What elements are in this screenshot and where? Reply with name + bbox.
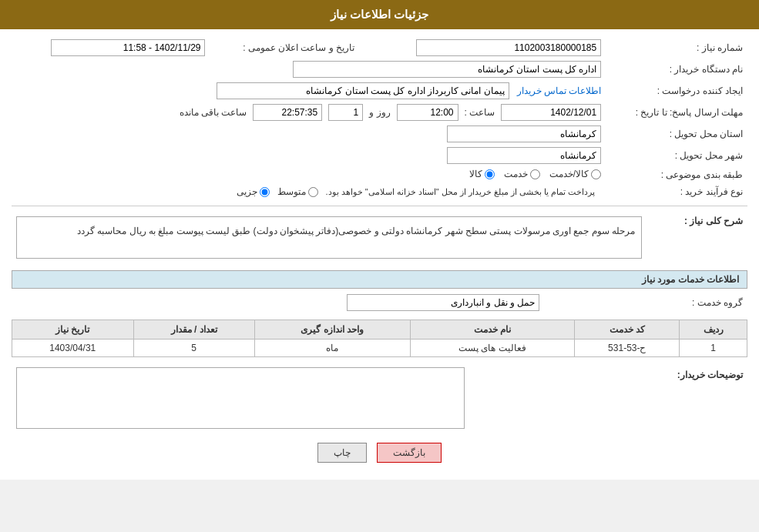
buyer-notes-cell [12, 365, 469, 433]
row-creator: ایجاد کننده درخواست : اطلاعات تماس خریدا… [12, 80, 747, 102]
buyer-org-input[interactable] [293, 61, 601, 78]
col-service-name: نام خدمت [410, 320, 575, 340]
row-need-number: شماره نیاز : تاریخ و ساعت اعلان عمومی : [12, 37, 747, 59]
row1-quantity: 5 [133, 340, 254, 357]
row1-service-code: ح-53-531 [575, 340, 680, 357]
row-description: شرح کلی نیاز : مرحله سوم جمع اوری مرسولا… [12, 211, 747, 264]
row-buyer-org: نام دستگاه خریدار : [12, 59, 747, 80]
purchase-type-label: نوع فرآیند خرید : [606, 184, 747, 200]
service-table-body: 1 ح-53-531 فعالیت های پست ماه 5 1403/04/… [12, 340, 747, 357]
print-button[interactable]: چاپ [317, 443, 367, 463]
buyer-notes-label: توضیحات خریدار: [469, 365, 747, 433]
description-label: شرح کلی نیاز : [646, 211, 747, 264]
buyer-org-label: نام دستگاه خریدار : [606, 59, 747, 80]
page-title: جزئیات اطلاعات نیاز [331, 8, 428, 21]
description-value-cell: مرحله سوم جمع اوری مرسولات پستی سطح شهر … [12, 211, 646, 264]
category-label: طبقه بندی موضوعی : [606, 166, 747, 184]
city-label: شهر محل تحویل : [606, 145, 747, 166]
province-input[interactable] [447, 125, 601, 142]
purchase-medium-option[interactable]: متوسط [277, 186, 318, 197]
divider-1 [12, 206, 747, 206]
description-box: مرحله سوم جمع اوری مرسولات پستی سطح شهر … [16, 216, 642, 259]
category-service-label: خدمت [504, 169, 528, 179]
row-buyer-notes: توضیحات خریدار: [12, 365, 747, 433]
row1-unit: ماه [254, 340, 410, 357]
description-text: مرحله سوم جمع اوری مرسولات پستی سطح شهر … [77, 226, 635, 236]
deadline-row-inline: ساعت : روز و ساعت باقی مانده [16, 104, 601, 121]
creator-link[interactable]: اطلاعات تماس خریدار [517, 85, 602, 96]
need-number-cell [370, 37, 606, 59]
services-header-text: اطلاعات خدمات مورد نیاز [642, 274, 739, 285]
buyer-notes-textarea[interactable] [16, 367, 465, 429]
row-purchase-type: نوع فرآیند خرید : پرداخت تمام یا بخشی از… [12, 184, 747, 200]
deadline-days-label: روز و [369, 107, 390, 118]
province-label: استان محل تحویل : [606, 123, 747, 145]
deadline-remaining-label: ساعت باقی مانده [180, 107, 247, 118]
page-wrapper: جزئیات اطلاعات نیاز شماره نیاز : تاریخ و… [0, 0, 759, 480]
service-group-input[interactable] [347, 294, 539, 311]
purchase-medium-radio[interactable] [308, 187, 318, 197]
col-unit: واحد اندازه گیری [254, 320, 410, 340]
category-service-radio[interactable] [530, 169, 540, 179]
purchase-partial-label: جزیی [237, 186, 257, 197]
row-category: طبقه بندی موضوعی : کالا/خدمت خدمت [12, 166, 747, 184]
deadline-remaining-input[interactable] [253, 104, 322, 121]
category-radio-group: کالا/خدمت خدمت کالا [469, 169, 601, 179]
services-section-header: اطلاعات خدمات مورد نیاز [12, 270, 747, 289]
service-table-header-row: ردیف کد خدمت نام خدمت واحد اندازه گیری ت… [12, 320, 747, 340]
category-goods-radio[interactable] [485, 169, 495, 179]
deadline-date-input[interactable] [501, 104, 601, 121]
category-goods-label: کالا [469, 169, 482, 179]
purchase-type-cell: پرداخت تمام یا بخشی از مبلغ خریدار از مح… [12, 184, 606, 200]
content-area: شماره نیاز : تاریخ و ساعت اعلان عمومی : … [0, 29, 759, 480]
purchase-options-group: پرداخت تمام یا بخشی از مبلغ خریدار از مح… [237, 186, 602, 197]
deadline-time-input[interactable] [397, 104, 458, 121]
purchase-medium-label: متوسط [277, 186, 306, 197]
purchase-partial-option[interactable]: جزیی [237, 186, 270, 197]
creator-input[interactable] [217, 82, 509, 99]
deadline-time-label: ساعت : [465, 107, 495, 118]
province-cell [12, 123, 606, 145]
row1-num: 1 [680, 340, 747, 357]
purchase-full-text: پرداخت تمام یا بخشی از مبلغ خریدار از مح… [326, 187, 596, 197]
col-date: تاریخ نیاز [12, 320, 134, 340]
deadline-days-input[interactable] [328, 104, 363, 121]
category-cell: کالا/خدمت خدمت کالا [12, 166, 606, 184]
creator-label: ایجاد کننده درخواست : [606, 80, 747, 102]
date-cell [12, 37, 210, 59]
buyer-org-cell [12, 59, 606, 80]
need-number-input[interactable] [416, 39, 601, 56]
row-city: شهر محل تحویل : [12, 145, 747, 166]
back-button[interactable]: بازگشت [377, 443, 442, 463]
service-table-head: ردیف کد خدمت نام خدمت واحد اندازه گیری ت… [12, 320, 747, 340]
deadline-cell: ساعت : روز و ساعت باقی مانده [12, 102, 606, 123]
category-goods-service-option[interactable]: کالا/خدمت [549, 169, 601, 179]
city-cell [12, 145, 606, 166]
category-goods-service-label: کالا/خدمت [549, 169, 589, 179]
col-service-code: کد خدمت [575, 320, 680, 340]
category-goods-service-radio[interactable] [591, 169, 601, 179]
category-goods-option[interactable]: کالا [469, 169, 495, 179]
row1-date: 1403/04/31 [12, 340, 134, 357]
city-input[interactable] [447, 147, 601, 164]
description-label-text: شرح کلی نیاز : [684, 216, 743, 226]
buttons-row: بازگشت چاپ [12, 443, 747, 463]
col-quantity: تعداد / مقدار [133, 320, 254, 340]
row-service-group: گروه خدمت : [12, 292, 747, 313]
row1-service-name: فعالیت های پست [410, 340, 575, 357]
main-form-table: شماره نیاز : تاریخ و ساعت اعلان عمومی : … [12, 37, 747, 199]
purchase-partial-radio[interactable] [260, 187, 270, 197]
service-group-table: گروه خدمت : [12, 292, 747, 313]
description-table: شرح کلی نیاز : مرحله سوم جمع اوری مرسولا… [12, 211, 747, 264]
buyer-notes-label-text: توضیحات خریدار: [677, 370, 743, 380]
deadline-label: مهلت ارسال پاسخ: تا تاریخ : [606, 102, 747, 123]
date-input[interactable] [51, 39, 205, 56]
category-service-option[interactable]: خدمت [504, 169, 540, 179]
table-row: 1 ح-53-531 فعالیت های پست ماه 5 1403/04/… [12, 340, 747, 357]
date-label: تاریخ و ساعت اعلان عمومی : [210, 37, 370, 59]
col-row-num: ردیف [680, 320, 747, 340]
row-deadline: مهلت ارسال پاسخ: تا تاریخ : ساعت : روز و… [12, 102, 747, 123]
buyer-notes-table: توضیحات خریدار: [12, 365, 747, 433]
creator-cell: اطلاعات تماس خریدار [12, 80, 606, 102]
need-number-label: شماره نیاز : [606, 37, 747, 59]
